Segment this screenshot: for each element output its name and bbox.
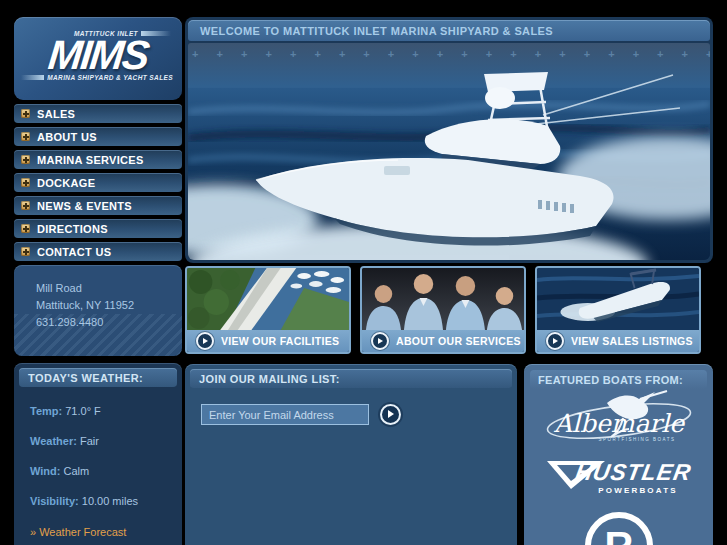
- mailing-list-panel: JOIN OUR MAILING LIST:: [185, 364, 517, 545]
- view-facilities-link[interactable]: VIEW OUR FACILITIES: [185, 266, 351, 354]
- weather-forecast-link[interactable]: » Weather Forecast: [30, 526, 177, 538]
- contact-address-box: Mill Road Mattituck, NY 11952 631.298.44…: [14, 265, 182, 356]
- brand-logo-hustler[interactable]: HUSTLER POWERBOATS: [543, 453, 695, 499]
- address-line-2: Mattituck, NY 11952: [36, 297, 182, 314]
- featured-boats-title: FEATURED BOATS FROM:: [530, 370, 707, 389]
- svg-text:HUSTLER: HUSTLER: [573, 459, 693, 485]
- service-team-photo: [362, 268, 524, 330]
- plus-icon: [21, 224, 30, 233]
- plus-icon: [21, 178, 30, 187]
- mailing-list-title: JOIN OUR MAILING LIST:: [190, 369, 512, 388]
- logo-wordmark: MIMS: [19, 37, 177, 73]
- brand-logo-albemarle[interactable]: Albemarle SPORTFISHING BOATS: [537, 389, 701, 449]
- marina-homepage: MATTITUCK INLET MIMS MARINA SHIPYARD & Y…: [0, 0, 727, 545]
- email-input[interactable]: [201, 404, 369, 425]
- sidebar-item-label: DOCKAGE: [37, 177, 95, 189]
- hatch-pattern: [14, 314, 182, 356]
- thumb-caption-bar: ABOUT OUR SERVICES: [362, 330, 524, 352]
- plus-icon: [21, 201, 30, 210]
- sidebar-item-dockage[interactable]: DOCKAGE: [14, 173, 182, 192]
- weather-wind-row: Wind: Calm: [30, 465, 177, 477]
- plus-icon: [21, 247, 30, 256]
- sidebar-item-label: NEWS & EVENTS: [37, 200, 132, 212]
- sidebar-item-label: CONTACT US: [37, 246, 111, 258]
- weather-panel-title: TODAY'S WEATHER:: [19, 368, 177, 387]
- sales-listings-link[interactable]: VIEW SALES LISTINGS: [535, 266, 701, 354]
- address-line-1: Mill Road: [36, 280, 182, 297]
- sidebar-nav: SALES ABOUT US MARINA SERVICES DOCKAGE N…: [14, 104, 182, 261]
- about-services-link[interactable]: ABOUT OUR SERVICES: [360, 266, 526, 354]
- weather-panel: TODAY'S WEATHER: Temp: 71.0° F Weather: …: [14, 363, 182, 545]
- sidebar-item-sales[interactable]: SALES: [14, 104, 182, 123]
- play-arrow-icon: [546, 332, 564, 350]
- mims-logo-inner: MATTITUCK INLET MIMS MARINA SHIPYARD & Y…: [21, 30, 175, 81]
- sidebar-item-directions[interactable]: DIRECTIONS: [14, 219, 182, 238]
- sidebar-item-about-us[interactable]: ABOUT US: [14, 127, 182, 146]
- svg-text:Albemarle: Albemarle: [552, 409, 684, 438]
- thumb-label: VIEW SALES LISTINGS: [571, 335, 693, 347]
- thumb-label: VIEW OUR FACILITIES: [221, 335, 339, 347]
- sidebar-item-label: MARINA SERVICES: [37, 154, 144, 166]
- svg-text:R: R: [604, 524, 633, 545]
- sidebar-item-label: ABOUT US: [37, 131, 97, 143]
- hero-section: WELCOME TO MATTITUCK INLET MARINA SHIPYA…: [185, 17, 713, 263]
- play-arrow-icon: [196, 332, 214, 350]
- play-arrow-icon: [371, 332, 389, 350]
- featured-boats-panel: FEATURED BOATS FROM: Albemarle SPORTFISH…: [524, 364, 713, 545]
- feature-link-row: VIEW OUR FACILITIES ABOUT OUR SERVICES: [185, 266, 713, 354]
- weather-visibility-row: Visibility: 10.00 miles: [30, 495, 177, 507]
- plus-icon: [21, 155, 30, 164]
- brand-logo-regulator[interactable]: R: [580, 507, 658, 545]
- hero-boat-image: [188, 43, 710, 260]
- plus-icon: [21, 132, 30, 141]
- weather-temp-row: Temp: 71.0° F: [30, 405, 177, 417]
- thumb-caption-bar: VIEW SALES LISTINGS: [537, 330, 699, 352]
- aerial-marina-facilities-photo: [187, 268, 349, 330]
- plus-icon: [21, 109, 30, 118]
- sidebar-item-marina-services[interactable]: MARINA SERVICES: [14, 150, 182, 169]
- email-submit-button[interactable]: [380, 404, 401, 425]
- thumb-label: ABOUT OUR SERVICES: [396, 335, 521, 347]
- sidebar-item-label: SALES: [37, 108, 75, 120]
- svg-text:SPORTFISHING BOATS: SPORTFISHING BOATS: [598, 437, 675, 442]
- hero-boat-illustration: [188, 60, 710, 260]
- logo-stripe-icon: [21, 75, 44, 80]
- sidebar-item-label: DIRECTIONS: [37, 223, 108, 235]
- sidebar-item-contact-us[interactable]: CONTACT US: [14, 242, 182, 261]
- weather-condition-row: Weather: Fair: [30, 435, 177, 447]
- svg-text:POWERBOATS: POWERBOATS: [598, 486, 678, 495]
- thumb-caption-bar: VIEW OUR FACILITIES: [187, 330, 349, 352]
- speeding-boat-photo: [537, 268, 699, 330]
- welcome-banner: WELCOME TO MATTITUCK INLET MARINA SHIPYA…: [188, 20, 710, 41]
- mims-logo[interactable]: MATTITUCK INLET MIMS MARINA SHIPYARD & Y…: [14, 17, 182, 100]
- left-column: MATTITUCK INLET MIMS MARINA SHIPYARD & Y…: [14, 17, 182, 545]
- sidebar-item-news-events[interactable]: NEWS & EVENTS: [14, 196, 182, 215]
- plus-pattern-strip: [192, 48, 710, 60]
